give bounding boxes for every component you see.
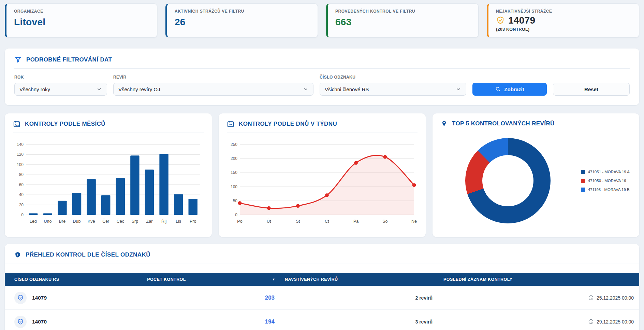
- svg-text:Dub: Dub: [73, 219, 81, 224]
- legend-item[interactable]: 471193 - MORAVA 19 B: [581, 188, 630, 192]
- rok-label: ROK: [14, 75, 107, 80]
- shield-check-icon: [17, 318, 24, 325]
- table-row[interactable]: 14079 203 2 revírů 25.12.2025 00:00: [5, 286, 639, 310]
- stat-label: AKTIVNÍCH STRÁŽCŮ VE FILTRU: [175, 9, 310, 14]
- legend-item[interactable]: 471050 - MORAVA 19: [581, 179, 630, 183]
- data-point: [325, 193, 329, 197]
- svg-text:So: So: [382, 219, 387, 224]
- svg-text:Po: Po: [237, 219, 242, 224]
- stat-value: 26: [175, 17, 310, 28]
- legend-label: 471193 - MORAVA 19 B: [588, 188, 630, 192]
- stat-label: PROVEDENÝCH KONTROL VE FILTRU: [335, 9, 471, 14]
- column-header-pocet-kontrol[interactable]: POČET KONTROL ▼: [144, 277, 281, 282]
- data-point: [296, 204, 300, 208]
- divider: [227, 133, 418, 133]
- sort-descending-icon[interactable]: ▼: [272, 278, 275, 281]
- calendar-week-icon: [227, 120, 234, 128]
- svg-text:Ne: Ne: [411, 219, 417, 224]
- legend-item[interactable]: 471051 - MORAVA 19 A: [581, 170, 630, 174]
- stat-subvalue: (203 KONTROL): [496, 27, 631, 32]
- table-row[interactable]: 14070 194 3 revírů 29.12.2025 00:00: [5, 310, 639, 330]
- svg-text:100: 100: [231, 184, 237, 189]
- svg-text:Čt: Čt: [325, 219, 329, 224]
- search-icon: [495, 86, 501, 92]
- stat-label: ORGANIZACE: [14, 9, 149, 14]
- calendar-month-icon: Aug: [13, 120, 20, 128]
- line-chart-title: KONTROLY PODLE DNŮ V TÝDNU: [239, 121, 337, 127]
- bar: [145, 170, 154, 215]
- svg-text:St: St: [296, 219, 300, 224]
- filter-title: PODROBNÉ FILTROVÁNÍ DAT: [26, 56, 112, 63]
- legend-swatch: [581, 188, 585, 192]
- svg-text:0: 0: [235, 212, 237, 217]
- badge-number: 14070: [32, 319, 47, 325]
- svg-text:0: 0: [21, 212, 24, 217]
- donut-chart-body: 471051 - MORAVA 19 A471050 - MORAVA 1947…: [441, 135, 631, 226]
- data-point: [383, 155, 387, 159]
- revir-label: REVÍR: [113, 75, 313, 80]
- donut-chart-card: TOP 5 KONTROLOVANÝCH REVÍRŮ 471051 - MOR…: [433, 113, 639, 237]
- table-header-row: ČÍSLO ODZNAKU RS POČET KONTROL ▼ NAVŠTÍV…: [5, 273, 639, 286]
- field-rok: ROK Všechny roky: [14, 75, 107, 96]
- column-header-navstivenych-reviru: NAVŠTÍVENÝCH REVÍRŮ: [281, 277, 439, 282]
- table-panel: PŘEHLED KONTROL DLE ČÍSEL ODZNAKŮ ČÍSLO …: [5, 244, 639, 330]
- badge-number: 14079: [32, 295, 47, 301]
- stat-card-aktivni-strazci: AKTIVNÍCH STRÁŽCŮ VE FILTRU 26: [165, 3, 318, 38]
- shield-icon: [14, 251, 21, 258]
- rok-select[interactable]: Všechny roky: [14, 83, 107, 96]
- count-link[interactable]: 194: [265, 318, 275, 325]
- reviry-count: 2 revírů: [281, 295, 439, 301]
- svg-text:Srp: Srp: [132, 219, 138, 224]
- filter-row: ROK Všechny roky REVÍR Všechny revíry OJ…: [14, 75, 630, 96]
- bar: [58, 201, 67, 215]
- svg-text:Aug: Aug: [15, 124, 19, 126]
- svg-text:80: 80: [19, 172, 24, 177]
- bar: [159, 154, 168, 215]
- stat-value: 663: [335, 17, 471, 28]
- zobrazit-button[interactable]: Zobrazit: [472, 83, 547, 96]
- stat-card-organizace: ORGANIZACE Litovel: [5, 3, 157, 38]
- field-revir: REVÍR Všechny revíry OJ: [113, 75, 313, 96]
- line-chart: 050100150200250PoÚtStČtPáSoNe: [227, 137, 418, 226]
- zobrazit-button-label: Zobrazit: [504, 86, 524, 92]
- divider: [14, 68, 630, 69]
- filter-funnel-icon: [14, 56, 22, 64]
- data-point: [267, 206, 271, 210]
- stat-card-provedene-kontroly: PROVEDENÝCH KONTROL VE FILTRU 663: [326, 3, 479, 38]
- bar: [43, 214, 52, 215]
- svg-text:50: 50: [233, 198, 238, 203]
- stat-value: 14079: [508, 15, 535, 26]
- column-header-posledni-zaznam: POSLEDNÍ ZÁZNAM KONTROLY: [439, 277, 639, 282]
- location-pin-icon: [441, 120, 448, 127]
- revir-select[interactable]: Všechny revíry OJ: [113, 83, 313, 96]
- clock-icon: [588, 295, 594, 301]
- svg-text:Bře: Bře: [59, 219, 66, 224]
- dashboard-page: ORGANIZACE Litovel AKTIVNÍCH STRÁŽCŮ VE …: [0, 0, 644, 330]
- bar-chart-card: Aug KONTROLY PODLE MĚSÍCŮ 02040608010012…: [5, 113, 212, 237]
- legend-swatch: [581, 179, 585, 183]
- shield-check-icon: [17, 294, 24, 301]
- bar: [174, 194, 183, 215]
- svg-text:Kvě: Kvě: [88, 219, 95, 224]
- svg-text:Pá: Pá: [353, 219, 358, 224]
- reviry-count: 3 revírů: [281, 319, 439, 325]
- donut-chart-title: TOP 5 KONTROLOVANÝCH REVÍRŮ: [452, 120, 555, 127]
- count-link[interactable]: 203: [265, 294, 275, 301]
- reset-button[interactable]: Reset: [553, 83, 630, 96]
- svg-text:60: 60: [19, 182, 24, 187]
- svg-text:140: 140: [17, 142, 24, 147]
- svg-text:250: 250: [231, 142, 237, 147]
- chart-legend: 471051 - MORAVA 19 A471050 - MORAVA 1947…: [581, 170, 630, 192]
- svg-text:200: 200: [231, 156, 237, 161]
- svg-text:Úno: Úno: [44, 219, 52, 224]
- stat-label: NEJAKTIVNĚJŠÍ STRÁŽCE: [496, 9, 631, 14]
- svg-text:Čec: Čec: [117, 219, 124, 224]
- last-check-timestamp: 29.12.2025 00:00: [597, 319, 634, 325]
- bar: [130, 155, 139, 215]
- chevron-down-icon: [303, 86, 308, 92]
- filter-panel: PODROBNÉ FILTROVÁNÍ DAT ROK Všechny roky…: [5, 49, 639, 105]
- bar: [101, 195, 110, 215]
- bar: [116, 178, 125, 215]
- cislo-odznaku-select[interactable]: Všichni členové RS: [320, 83, 466, 96]
- badge-circle: [14, 292, 27, 304]
